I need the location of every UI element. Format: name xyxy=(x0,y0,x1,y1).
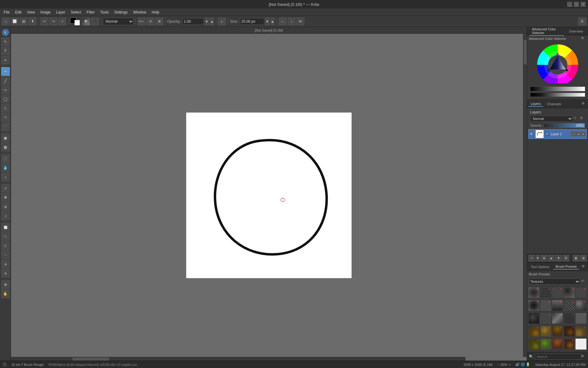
layer-visibility-btn[interactable]: 👁 xyxy=(530,132,534,136)
channels-tab[interactable]: Channels xyxy=(545,102,564,106)
brush-preset-8[interactable] xyxy=(552,300,563,311)
brush-preset-7[interactable] xyxy=(540,300,551,311)
mirror-h-btn[interactable]: ↔ xyxy=(279,17,287,25)
menu-tools[interactable]: Tools xyxy=(98,10,111,15)
brush-tag-select[interactable]: Textures Tag... xyxy=(529,278,580,285)
brush-panel-settings[interactable]: ⊞ xyxy=(582,264,587,269)
copy-layer-btn[interactable]: ⧉ xyxy=(541,255,547,262)
mirror-button[interactable]: ⊹ xyxy=(58,17,66,25)
brush-presets-tab[interactable]: Brush Presets xyxy=(553,264,579,270)
brush-preset-12[interactable] xyxy=(540,313,551,324)
layer-inherit-alpha[interactable]: ⊕ xyxy=(576,132,580,136)
export-button[interactable]: ⬆ xyxy=(28,17,36,25)
brush-preset-2[interactable] xyxy=(540,287,551,298)
brush-preset-17[interactable] xyxy=(540,326,551,337)
redo-button[interactable]: ↪ xyxy=(49,17,57,25)
poly-tool[interactable]: ⬡ xyxy=(1,104,10,113)
color-panel-settings[interactable]: ⊞ xyxy=(581,36,586,41)
delete-layer-btn[interactable]: 🗑 xyxy=(573,255,579,262)
brush-tool-btn1[interactable]: ⟵ xyxy=(138,17,145,25)
close-button[interactable]: × xyxy=(581,2,586,7)
brush-tool-btn2[interactable]: ⊙ xyxy=(146,17,154,25)
brush-preset-18[interactable] xyxy=(552,326,563,337)
brush-preset-21[interactable] xyxy=(528,339,539,350)
ellipse-tool[interactable]: ◯ xyxy=(1,95,10,103)
krita-logo-btn[interactable]: K xyxy=(1,28,10,37)
brush-preset-24[interactable] xyxy=(564,339,575,350)
more-btn[interactable]: ≫ xyxy=(296,17,304,25)
calligraphy-tool[interactable]: ✒ xyxy=(1,56,10,64)
brush-preset-1[interactable] xyxy=(528,287,539,298)
brush-preset-10[interactable] xyxy=(575,300,586,311)
layers-panel-settings[interactable]: ⊞ xyxy=(582,102,587,106)
brush-preset-23[interactable] xyxy=(552,339,563,350)
pattern-btn[interactable]: ◩ xyxy=(82,17,90,25)
brush-preset-15[interactable] xyxy=(575,313,586,324)
brush-preset-11[interactable] xyxy=(528,313,539,324)
layer-passthrough[interactable]: ⊗ xyxy=(581,132,585,136)
assistant-tool[interactable]: ⊹ xyxy=(1,212,10,220)
color-tab-overview[interactable]: Overview xyxy=(567,29,586,34)
layers-blend-select[interactable]: Normal xyxy=(530,116,573,122)
brush-preset-6[interactable] xyxy=(528,300,539,311)
brush-preset-4[interactable] xyxy=(564,287,575,298)
mirror-v-btn[interactable]: ↕ xyxy=(288,17,296,25)
layer-alpha-lock[interactable]: α xyxy=(571,132,575,136)
menu-file[interactable]: File xyxy=(1,10,12,15)
color-selector[interactable] xyxy=(70,17,80,25)
opacity-input[interactable] xyxy=(182,18,204,25)
brush-tool-btn3[interactable]: ⊗ xyxy=(155,17,163,25)
menu-edit[interactable]: Edit xyxy=(13,10,24,15)
crop-tool[interactable]: ⊞ xyxy=(1,202,10,211)
layer-down-btn[interactable]: ▼ xyxy=(555,255,562,262)
new-button[interactable]: □ xyxy=(2,17,10,25)
text-tool[interactable]: T xyxy=(1,47,10,55)
menu-filter[interactable]: Filter xyxy=(84,10,97,15)
brush-tool[interactable]: ✏ xyxy=(1,67,10,76)
brush-preset-9[interactable] xyxy=(564,300,575,311)
smart-patch-tool[interactable]: ⌾ xyxy=(1,173,10,181)
size-input[interactable] xyxy=(240,18,264,25)
zoom-tool[interactable]: ⊕ xyxy=(1,280,10,289)
color-stops-bar[interactable] xyxy=(530,93,585,97)
brush-preset-20[interactable] xyxy=(575,326,586,337)
undo-button[interactable]: ↩ xyxy=(40,17,48,25)
search-input[interactable] xyxy=(535,354,581,360)
search-settings-btn[interactable]: ⊞ xyxy=(581,354,586,359)
opacity-down-btn[interactable]: ▼ xyxy=(205,17,209,25)
freehand-select-tool[interactable]: ⌢ xyxy=(1,251,10,259)
canvas-container[interactable] xyxy=(186,113,352,278)
brush-preset-14[interactable] xyxy=(564,313,575,324)
add-layer-btn[interactable]: + xyxy=(528,255,535,262)
hand-tool[interactable]: ✋ xyxy=(1,289,10,298)
color-wheel[interactable] xyxy=(533,44,582,83)
menu-help[interactable]: Help xyxy=(149,10,162,15)
menu-image[interactable]: Image xyxy=(38,10,53,15)
brush-preset-btn[interactable]: ⬛ xyxy=(91,17,99,25)
ellipse-select-tool[interactable]: ⬭ xyxy=(1,232,10,241)
size-up-btn[interactable]: ▲ xyxy=(270,17,275,25)
horizontal-scrollbar[interactable] xyxy=(11,357,466,361)
brush-preset-5[interactable] xyxy=(575,287,586,298)
color-sample-tool[interactable]: ⬚ xyxy=(1,154,10,163)
vertical-scrollbar[interactable] xyxy=(523,34,527,357)
menu-window[interactable]: Window xyxy=(131,10,149,15)
brush-preset-16[interactable] xyxy=(528,326,539,337)
brush-preset-19[interactable] xyxy=(564,326,575,337)
size-down-btn[interactable]: ▼ xyxy=(265,17,270,25)
maximize-button[interactable]: □ xyxy=(574,2,579,7)
fill-tool[interactable]: ▣ xyxy=(1,134,10,142)
layers-filter-btn[interactable]: ▽ xyxy=(574,116,579,121)
brush-preset-22[interactable] xyxy=(540,339,551,350)
menu-view[interactable]: View xyxy=(24,10,37,15)
menu-select[interactable]: Select xyxy=(68,10,83,15)
magnetic-select-tool[interactable]: ⊛ xyxy=(1,260,10,268)
zoom-in-btn[interactable]: + xyxy=(509,363,511,366)
layer-menu-btn[interactable]: ☰ xyxy=(563,255,569,262)
cursor-tool[interactable]: ↖ xyxy=(1,37,10,46)
rect-tool[interactable]: ▭ xyxy=(1,86,10,94)
poly-select-tool[interactable]: ⬠ xyxy=(1,241,10,250)
background-color[interactable] xyxy=(74,20,80,25)
hue-bar[interactable] xyxy=(530,86,585,91)
move-tool[interactable]: ✥ xyxy=(1,193,10,202)
